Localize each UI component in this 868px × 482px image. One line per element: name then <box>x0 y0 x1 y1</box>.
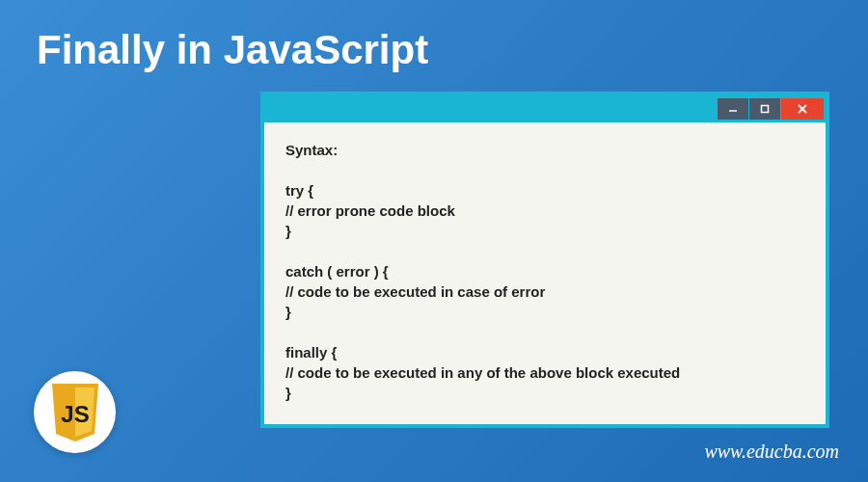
js-logo-badge: JS <box>34 371 116 453</box>
footer-url: www.educba.com <box>704 441 839 463</box>
maximize-button[interactable] <box>749 98 780 120</box>
minimize-button[interactable] <box>718 98 748 120</box>
close-icon <box>797 103 808 115</box>
window-titlebar <box>264 95 826 122</box>
minimize-icon <box>728 104 738 114</box>
page-title: Finally in JavaScript <box>0 0 868 73</box>
code-window: Syntax: try { // error prone code block … <box>260 92 829 428</box>
svg-rect-1 <box>762 106 769 113</box>
code-content: Syntax: try { // error prone code block … <box>264 122 826 424</box>
js-shield-icon: JS <box>47 382 103 443</box>
js-logo-text: JS <box>61 401 89 427</box>
maximize-icon <box>760 104 770 114</box>
close-button[interactable] <box>781 98 824 120</box>
window-controls <box>718 98 824 120</box>
